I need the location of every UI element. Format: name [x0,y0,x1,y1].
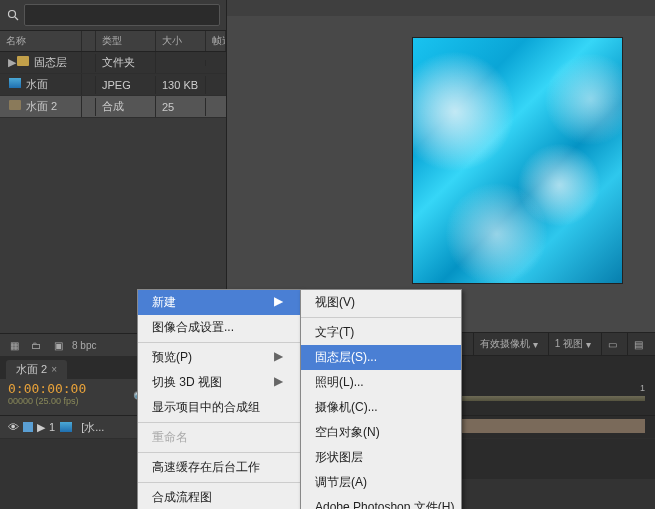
menu-item-label: 高速缓存在后台工作 [152,459,260,476]
list-item[interactable]: 水面 2 合成 25 [0,96,226,118]
menu-item[interactable]: 视图(V) [301,290,461,315]
menu-item-label: 新建 [152,294,176,311]
item-type: JPEG [96,76,156,94]
col-name[interactable]: 名称 [0,31,82,51]
list-item[interactable]: 水面 JPEG 130 KB [0,74,226,96]
timeline-tab[interactable]: 水面 2 × [6,360,67,379]
menu-item-label: 视图(V) [315,294,355,311]
menu-item-label: 摄像机(C)... [315,399,378,416]
item-name: 水面 2 [26,100,57,112]
search-input[interactable] [24,4,220,26]
folder-icon[interactable]: 🗀 [28,337,44,353]
submenu-arrow-icon: ▶ [274,374,283,391]
ruler-label: 1 [640,383,645,393]
layer-color-chip[interactable] [23,422,33,432]
new-submenu: 视图(V)文字(T)固态层(S)...照明(L)...摄像机(C)...空白对象… [300,289,462,509]
view-count-dropdown[interactable]: 1 视图 ▾ [548,333,597,355]
menu-item[interactable]: 切换 3D 视图▶ [138,370,301,395]
menu-item-label: 固态层(S)... [315,349,377,366]
project-search-bar [0,0,226,31]
menu-item[interactable]: 预览(P)▶ [138,345,301,370]
menu-item-label: 形状图层 [315,449,363,466]
item-type: 文件夹 [96,52,156,73]
jpeg-icon [8,77,22,89]
svg-line-1 [15,17,18,20]
project-list[interactable]: ▶固态层 文件夹 水面 JPEG 130 KB 水面 2 合成 25 [0,52,226,118]
item-name: 水面 [26,78,48,90]
camera-dropdown[interactable]: 有效摄像机 ▾ [473,333,544,355]
item-type: 合成 [96,96,156,117]
menu-item[interactable]: 高速缓存在后台工作 [138,455,301,480]
menu-item-label: 调节层(A) [315,474,367,491]
item-size: 130 KB [156,76,206,94]
menu-item-label: 照明(L)... [315,374,364,391]
context-menu: 新建▶图像合成设置...预览(P)▶切换 3D 视图▶显示项目中的合成组重命名高… [137,289,302,509]
layer-index: 1 [49,421,55,433]
menu-item-label: 重命名 [152,429,188,446]
eye-icon[interactable]: 👁 [8,421,19,433]
twisty-icon[interactable]: ▶ [37,421,45,434]
menu-item-label: 空白对象(N) [315,424,380,441]
submenu-arrow-icon: ▶ [274,349,283,366]
item-size [156,60,206,66]
pixel-aspect-icon[interactable]: ▭ [601,333,623,355]
menu-item-label: 切换 3D 视图 [152,374,222,391]
menu-item[interactable]: Adobe Photoshop 文件(H)... [301,495,461,509]
menu-item[interactable]: 显示项目中的合成组 [138,395,301,420]
close-icon[interactable]: × [51,364,57,375]
menu-item-label: 图像合成设置... [152,319,234,336]
menu-item-label: 预览(P) [152,349,192,366]
col-type[interactable]: 类型 [96,31,156,51]
project-list-header: 名称 类型 大小 帧速率 [0,31,226,52]
twisty-icon[interactable]: ▶ [6,56,16,68]
menu-item: 重命名 [138,425,301,450]
list-item[interactable]: ▶固态层 文件夹 [0,52,226,74]
item-name: 固态层 [34,56,67,68]
new-comp-icon[interactable]: ▣ [50,337,66,353]
menu-item[interactable]: 照明(L)... [301,370,461,395]
menu-item[interactable]: 调节层(A) [301,470,461,495]
menu-item[interactable]: 空白对象(N) [301,420,461,445]
comp-icon [8,99,22,111]
menu-item[interactable]: 新建▶ [138,290,301,315]
menu-item-label: Adobe Photoshop 文件(H)... [315,499,464,509]
search-icon[interactable] [6,8,20,22]
menu-item[interactable]: 图像合成设置... [138,315,301,340]
item-size: 25 [156,98,206,116]
menu-item[interactable]: 固态层(S)... [301,345,461,370]
composition-preview[interactable] [413,38,622,283]
timecode-sub: 00000 (25.00 fps) [8,396,118,406]
col-comment[interactable]: 帧速率 [206,31,226,51]
menu-item[interactable]: 摄像机(C)... [301,395,461,420]
col-size[interactable]: 大小 [156,31,206,51]
more-icon[interactable]: ▤ [627,333,649,355]
jpeg-icon [59,421,73,433]
menu-item-label: 合成流程图 [152,489,212,506]
interpret-icon[interactable]: ▦ [6,337,22,353]
submenu-arrow-icon: ▶ [274,294,283,311]
menu-item[interactable]: 形状图层 [301,445,461,470]
layer-name: [水... [81,420,104,435]
viewer-canvas[interactable] [227,16,655,333]
menu-item[interactable]: 合成流程图 [138,485,301,509]
menu-item[interactable]: 文字(T) [301,320,461,345]
tab-label: 水面 2 [16,362,47,377]
svg-point-0 [9,11,16,18]
menu-item-label: 显示项目中的合成组 [152,399,260,416]
timecode-value: 0:00:00:00 [8,381,118,396]
menu-item-label: 文字(T) [315,324,354,341]
bpc-button[interactable]: 8 bpc [72,340,96,351]
timecode-display[interactable]: 0:00:00:00 00000 (25.00 fps) [0,379,126,415]
folder-icon [16,55,30,67]
col-label[interactable] [82,31,96,51]
